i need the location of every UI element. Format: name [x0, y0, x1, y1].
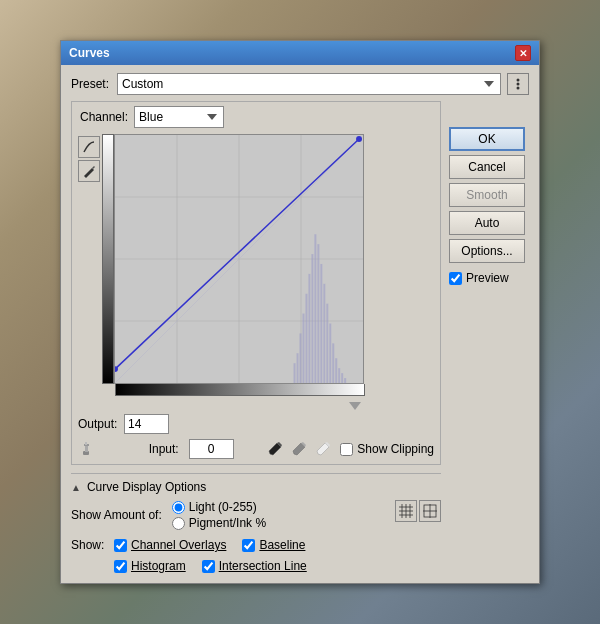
show-clipping-group: Show Clipping [340, 442, 434, 456]
gray-eyedropper-button[interactable] [288, 438, 310, 460]
output-input[interactable] [124, 414, 169, 434]
svg-rect-31 [85, 445, 88, 452]
cancel-button[interactable]: Cancel [449, 155, 525, 179]
curve-mode-button[interactable] [78, 136, 100, 158]
curve-canvas[interactable] [114, 134, 364, 384]
preset-label: Preset: [71, 77, 111, 91]
preset-manage-icon[interactable] [507, 73, 529, 95]
triangle-row [102, 396, 365, 410]
pencil-mode-button[interactable] [78, 160, 100, 182]
svg-rect-26 [344, 378, 346, 383]
show-label: Show: [71, 538, 106, 552]
title-bar: Curves ✕ [61, 41, 539, 65]
light-radio[interactable] [172, 501, 185, 514]
svg-rect-15 [311, 254, 313, 383]
options-button[interactable]: Options... [449, 239, 525, 263]
svg-rect-13 [305, 294, 307, 383]
channel-row: Channel: Blue RGB Red Green [78, 106, 434, 128]
svg-rect-14 [308, 274, 310, 383]
curve-grid-svg [115, 135, 363, 383]
input-label: Input: [149, 442, 185, 456]
channel-label: Channel: [80, 110, 128, 124]
preset-icons [507, 73, 529, 95]
curve-display-title: Curve Display Options [87, 480, 206, 494]
sampling-icon[interactable] [78, 438, 100, 460]
curve-display-header: ▲ Curve Display Options [71, 480, 441, 494]
dialog-title: Curves [69, 46, 110, 60]
svg-rect-22 [332, 343, 334, 383]
channel-overlays-label: Channel Overlays [131, 538, 226, 552]
svg-rect-9 [294, 363, 296, 383]
eyedropper-tools: Show Clipping [264, 438, 434, 460]
baseline-checkbox[interactable] [242, 539, 255, 552]
grid-small-button[interactable] [395, 500, 417, 522]
show-clipping-checkbox[interactable] [340, 443, 353, 456]
gradient-bar-bottom [115, 384, 365, 396]
intersection-checkbox[interactable] [202, 560, 215, 573]
output-label: Output: [78, 417, 120, 431]
auto-button[interactable]: Auto [449, 211, 525, 235]
preset-select[interactable]: Custom [117, 73, 501, 95]
svg-point-28 [356, 136, 362, 142]
svg-rect-16 [314, 234, 316, 383]
svg-point-1 [517, 83, 520, 86]
pigment-radio[interactable] [172, 517, 185, 530]
show-row-1: Show: Channel Overlays Baseline [71, 538, 441, 552]
svg-point-2 [517, 87, 520, 90]
histogram-checkbox[interactable] [114, 560, 127, 573]
bottom-gradient-row [102, 384, 365, 396]
white-eyedropper-button[interactable] [312, 438, 334, 460]
radio-group: Light (0-255) Pigment/Ink % [172, 500, 266, 530]
curve-type-icons [78, 134, 100, 410]
svg-rect-20 [326, 304, 328, 383]
input-group: Input: [149, 439, 234, 459]
svg-rect-17 [317, 244, 319, 383]
svg-rect-18 [320, 264, 322, 383]
svg-rect-33 [85, 442, 87, 445]
preview-checkbox[interactable] [449, 272, 462, 285]
corner-triangle [349, 402, 361, 410]
left-panel: Channel: Blue RGB Red Green [71, 101, 441, 573]
show-rows-container: Show: Channel Overlays Baseline [71, 534, 441, 573]
preview-row: Preview [449, 271, 529, 285]
curve-area-wrapper [78, 134, 434, 410]
input-tools-row: Input: [78, 438, 434, 460]
svg-point-0 [517, 79, 520, 82]
channel-overlays-checkbox[interactable] [114, 539, 127, 552]
output-row: Output: [78, 414, 434, 434]
grid-large-button[interactable] [419, 500, 441, 522]
ok-button[interactable]: OK [449, 127, 525, 151]
dialog-body: Preset: Custom Channel: Blue [61, 65, 539, 583]
svg-rect-25 [341, 373, 343, 383]
svg-rect-11 [300, 333, 302, 383]
show-clipping-label: Show Clipping [357, 442, 434, 456]
right-panel: OK Cancel Smooth Auto Options... Preview [449, 101, 529, 573]
histogram-label: Histogram [131, 559, 186, 573]
curve-row [102, 134, 365, 384]
channel-overlays-group: Channel Overlays [114, 538, 226, 552]
curve-display-options: ▲ Curve Display Options Show Amount of: … [71, 473, 441, 573]
close-button[interactable]: ✕ [515, 45, 531, 61]
baseline-label: Baseline [259, 538, 305, 552]
pigment-label: Pigment/Ink % [189, 516, 266, 530]
histogram-group: Histogram [114, 559, 186, 573]
light-label: Light (0-255) [189, 500, 257, 514]
channel-select[interactable]: Blue RGB Red Green [134, 106, 224, 128]
svg-rect-23 [335, 358, 337, 383]
input-value[interactable] [189, 439, 234, 459]
black-eyedropper-button[interactable] [264, 438, 286, 460]
pigment-radio-row: Pigment/Ink % [172, 516, 266, 530]
main-area: Channel: Blue RGB Red Green [71, 101, 529, 573]
gradient-bar-left [102, 134, 114, 384]
show-row-2: Histogram Intersection Line [71, 559, 441, 573]
show-amount-label: Show Amount of: [71, 508, 162, 522]
preset-row: Preset: Custom [71, 73, 529, 95]
smooth-button[interactable]: Smooth [449, 183, 525, 207]
curves-dialog: Curves ✕ Preset: Custom Channel: [60, 40, 540, 584]
show-amount-row: Show Amount of: Light (0-255) Pigment/In… [71, 500, 441, 530]
intersection-label: Intersection Line [219, 559, 307, 573]
light-radio-row: Light (0-255) [172, 500, 266, 514]
baseline-group: Baseline [242, 538, 305, 552]
svg-rect-10 [297, 353, 299, 383]
expand-icon[interactable]: ▲ [71, 482, 81, 493]
